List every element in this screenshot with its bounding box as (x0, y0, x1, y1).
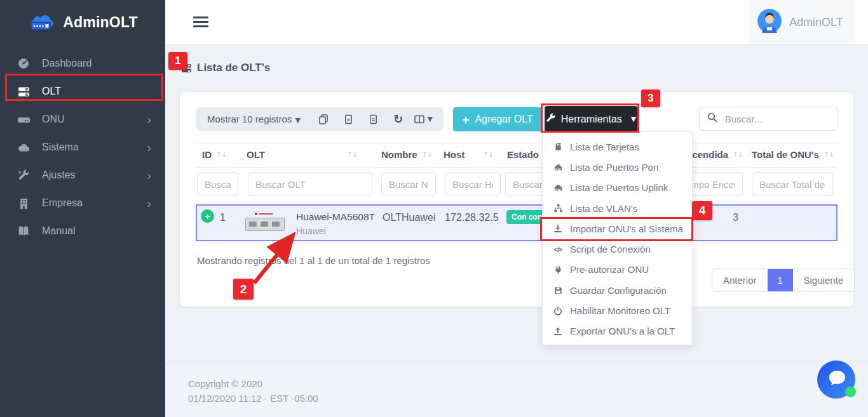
topbar: AdminOLT (165, 0, 868, 45)
search-icon (707, 112, 717, 125)
tools-dropdown-button[interactable]: Herramientas ▼ (545, 106, 637, 132)
sidebar-item-empresa[interactable]: Empresa › (0, 189, 165, 217)
svg-text:x: x (347, 117, 350, 122)
filter-host-input[interactable] (445, 172, 501, 196)
online-status-dot (845, 387, 856, 397)
filter-olt-input[interactable] (248, 172, 372, 196)
add-olt-button[interactable]: + Agregar OLT (453, 107, 542, 131)
download-icon (552, 224, 564, 233)
sidebar-item-manual[interactable]: Manual (0, 217, 165, 245)
refresh-button[interactable]: ↻ (386, 114, 410, 125)
sidebar-item-label: Dashboard (42, 58, 92, 69)
olt-device-image (245, 211, 285, 234)
column-header-total-onus[interactable]: Total de ONU's↑↓ (752, 149, 834, 160)
sidebar-item-label: Ajustes (42, 169, 75, 181)
cell-nombre: OLTHuawei (383, 212, 435, 223)
sidebar-item-sistema[interactable]: Sistema › (0, 133, 165, 161)
menu-item-lista-puertos-uplink[interactable]: Lista de Puertos Uplink (543, 178, 692, 198)
export-excel-button[interactable]: x (336, 114, 360, 124)
ethernet-icon (552, 183, 564, 192)
annotation-badge-3: 3 (641, 89, 660, 107)
sort-icon: ↑↓ (733, 150, 743, 159)
annotation-badge-1: 1 (168, 52, 187, 70)
sd-card-icon (552, 142, 564, 151)
table-row[interactable]: + 1 Huawei-MA5608T Huawei OLTHuawei 172.… (196, 204, 837, 241)
pagination-next-button[interactable]: Siguiente (793, 269, 855, 291)
menu-item-script-conexion[interactable]: </> Script de Conexión (543, 239, 692, 259)
column-visibility-button[interactable]: ▼ (411, 114, 436, 124)
column-header-host[interactable]: Host↑↓ (444, 149, 465, 160)
menu-item-guardar-configuracion[interactable]: Guardar Configuración (543, 280, 692, 300)
sidebar-item-olt[interactable]: OLT (0, 77, 165, 105)
annotation-badge-2: 2 (233, 279, 254, 300)
sidebar-item-ajustes[interactable]: Ajustes › (0, 161, 165, 189)
pagination-page-1[interactable]: 1 (768, 269, 793, 291)
expand-row-button[interactable]: + (201, 209, 214, 223)
column-header-nombre[interactable]: Nombre↑↓ (381, 149, 432, 160)
cell-id: 1 (220, 212, 226, 223)
menu-item-lista-vlans[interactable]: Lista de VLAN's (543, 198, 692, 218)
caret-down-icon: ▼ (295, 116, 300, 124)
sidebar-item-label: ONU (42, 114, 65, 125)
table-header-row: ID↑↓ OLT↑↓ Nombre↑↓ Host↑↓ Estado↑↓ Tiem… (196, 143, 837, 168)
tools-icon (15, 169, 32, 181)
server-stack-icon (15, 86, 32, 98)
sidebar-item-dashboard[interactable]: Dashboard (0, 50, 165, 77)
tools-dropdown-menu: Lista de Tarjetas Lista de Puertos Pon L… (542, 131, 693, 345)
filter-total-input[interactable] (752, 172, 833, 196)
chevron-right-icon: › (147, 197, 151, 209)
menu-item-importar-onus[interactable]: Importar ONU's al Sistema (543, 218, 692, 239)
wrench-icon (546, 113, 555, 125)
save-icon (552, 286, 564, 295)
avatar (757, 9, 782, 36)
menu-item-habilitar-monitoreo[interactable]: Habilitar Monitoreo OLT (543, 300, 692, 321)
column-header-olt[interactable]: OLT↑↓ (247, 149, 265, 160)
sidebar: AdminOLT Dashboard OLT ONU › (0, 0, 165, 417)
pagination-prev-button[interactable]: Anterior (712, 269, 768, 291)
menu-item-lista-puertos-pon[interactable]: Lista de Puertos Pon (543, 157, 692, 177)
sidebar-item-label: OLT (42, 86, 61, 97)
show-entries-select[interactable]: Mostrar 10 registros▼ (207, 114, 301, 124)
device-box-icon (15, 114, 32, 126)
brand-logo-cloud-router-icon (27, 11, 57, 34)
cell-host: 172.28.32.5 (445, 212, 499, 223)
column-header-estado[interactable]: Estado↑↓ (507, 149, 539, 160)
sidebar-nav: Dashboard OLT ONU › Sistema › (0, 50, 165, 245)
brand-name: AdminOLT (63, 14, 137, 31)
search-input[interactable] (724, 113, 829, 125)
sidebar-item-onu[interactable]: ONU › (0, 105, 165, 133)
menu-item-pre-autorizar[interactable]: Pre-autorizar ONU (543, 260, 692, 280)
caret-down-icon: ▼ (631, 115, 636, 123)
export-file-button[interactable] (361, 114, 386, 124)
column-header-id[interactable]: ID↑↓ (202, 149, 226, 160)
page-title: Lista de OLT's (181, 62, 270, 74)
pagination: Anterior 1 Siguiente (712, 268, 855, 292)
sitemap-icon (552, 204, 564, 213)
sort-icon: ↑↓ (347, 150, 357, 159)
menu-item-lista-tarjetas[interactable]: Lista de Tarjetas (543, 136, 692, 157)
cell-olt-model: Huawei-MA5608T (296, 211, 375, 223)
upload-icon (552, 327, 564, 336)
copy-button[interactable] (311, 114, 336, 124)
footer-datetime: 01/12/2020 11:12 - EST -05:00 (188, 391, 868, 406)
user-name: AdminOLT (789, 16, 843, 29)
menu-item-exportar-onus[interactable]: Exportar ONU's a la OLT (543, 321, 692, 341)
user-menu[interactable]: AdminOLT (749, 0, 855, 44)
olt-list-card: Mostrar 10 registros▼ x ↻ ▼ + Agregar OL… (180, 92, 853, 307)
chat-widget-button[interactable] (817, 361, 855, 399)
chevron-right-icon: › (147, 169, 151, 182)
ethernet-icon (552, 163, 564, 171)
cell-olt-brand: Huawei (296, 226, 326, 236)
table-search (699, 107, 837, 131)
filter-nombre-input[interactable] (381, 172, 436, 196)
footer-copyright: Copyright © 2020 (188, 376, 868, 391)
chevron-right-icon: › (147, 113, 151, 126)
filter-id-input[interactable] (197, 172, 238, 196)
sort-icon: ↑↓ (422, 150, 432, 159)
sort-icon: ↑↓ (483, 150, 493, 159)
brand[interactable]: AdminOLT (0, 0, 165, 45)
sort-icon: ↑↓ (824, 150, 834, 159)
code-icon: </> (552, 246, 564, 253)
cloud-icon (15, 142, 32, 154)
menu-toggle-button[interactable] (193, 17, 208, 30)
